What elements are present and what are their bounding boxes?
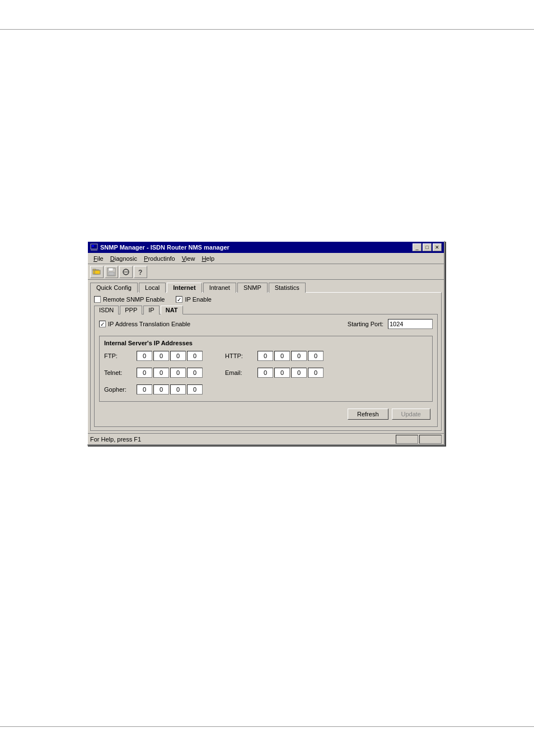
main-window: SNMP Manager - ISDN Router NMS manager _…: [87, 241, 445, 445]
window-icon: [90, 243, 98, 251]
ftp-inputs: [137, 351, 203, 361]
sub-tabs: ISDN PPP IP NAT: [94, 305, 438, 314]
starting-port-input[interactable]: [388, 319, 433, 329]
menu-file[interactable]: File: [90, 254, 107, 263]
telnet-octet-4[interactable]: [187, 368, 203, 378]
top-rule: [0, 29, 534, 30]
gopher-row: Gopher:: [104, 384, 203, 395]
status-text: For Help, press F1: [90, 436, 396, 443]
sub-tab-ppp[interactable]: PPP: [120, 306, 142, 314]
toolbar-save-button[interactable]: [105, 266, 118, 278]
email-octet-1[interactable]: [257, 368, 273, 378]
ftp-octet-4[interactable]: [187, 351, 203, 361]
http-octet-3[interactable]: [291, 351, 307, 361]
menu-help[interactable]: Help: [198, 254, 218, 263]
http-octet-4[interactable]: [308, 351, 324, 361]
status-panel-2: [419, 435, 442, 444]
http-inputs: [257, 351, 324, 361]
email-octet-4[interactable]: [308, 368, 324, 378]
menu-diagnosic[interactable]: Diagnosic: [107, 254, 140, 263]
main-tabs: Quick Config Local Internet Intranet SNM…: [90, 282, 442, 292]
ftp-octet-3[interactable]: [170, 351, 186, 361]
bottom-rule: [0, 726, 534, 727]
ftp-row: FTP:: [104, 351, 203, 361]
sub-tab-ip[interactable]: IP: [143, 306, 159, 314]
maximize-button[interactable]: □: [423, 243, 432, 251]
ftp-octet-2[interactable]: [153, 351, 169, 361]
refresh-button[interactable]: Refresh: [348, 408, 388, 420]
close-button[interactable]: ✕: [433, 243, 442, 251]
menu-view[interactable]: View: [179, 254, 199, 263]
starting-port-area: Starting Port:: [348, 319, 433, 329]
telnet-label: Telnet:: [104, 369, 132, 376]
ip-section: Internal Server's IP Addresses FTP:: [99, 336, 433, 402]
tab-quick-config[interactable]: Quick Config: [90, 283, 138, 293]
email-octet-2[interactable]: [274, 368, 290, 378]
tab-statistics[interactable]: Statistics: [269, 283, 306, 293]
svg-rect-8: [109, 272, 114, 275]
tab-internet[interactable]: Internet: [167, 283, 202, 293]
svg-rect-1: [92, 245, 94, 247]
status-panels: [396, 435, 442, 444]
svg-rect-7: [109, 268, 113, 271]
ip-two-col: FTP: Telnet:: [104, 351, 428, 398]
http-octet-2[interactable]: [274, 351, 290, 361]
buttons-row: Refresh Update: [99, 406, 433, 422]
ip-group-right: HTTP: Email:: [225, 351, 324, 398]
telnet-octet-3[interactable]: [170, 368, 186, 378]
content-area: Remote SNMP Enable ✓ IP Enable ISDN PPP …: [90, 292, 442, 431]
http-row: HTTP:: [225, 351, 324, 361]
menu-bar: File Diagnosic Productinfo View Help: [88, 253, 444, 264]
update-button[interactable]: Update: [392, 408, 430, 420]
menu-productinfo[interactable]: Productinfo: [140, 254, 179, 263]
http-octet-1[interactable]: [257, 351, 273, 361]
email-octet-3[interactable]: [291, 368, 307, 378]
inner-panel: ✓ IP Address Translation Enable Starting…: [94, 314, 438, 427]
gopher-label: Gopher:: [104, 386, 132, 393]
sub-tab-isdn[interactable]: ISDN: [94, 306, 119, 314]
ip-enable-text: IP Enable: [185, 296, 212, 303]
gopher-octet-2[interactable]: [153, 384, 169, 395]
ip-enable-label: ✓ IP Enable: [176, 296, 212, 303]
tab-snmp[interactable]: SNMP: [237, 283, 268, 293]
http-label: HTTP:: [225, 353, 253, 359]
sub-tab-nat[interactable]: NAT: [161, 306, 183, 314]
email-inputs: [257, 368, 324, 378]
remote-snmp-label: Remote SNMP Enable: [94, 296, 165, 303]
starting-port-label: Starting Port:: [348, 321, 383, 327]
tab-intranet[interactable]: Intranet: [203, 283, 236, 293]
tab-local[interactable]: Local: [139, 283, 166, 293]
gopher-octet-4[interactable]: [187, 384, 203, 395]
toolbar-connect-button[interactable]: [119, 266, 133, 278]
toolbar-open-button[interactable]: [90, 266, 104, 278]
window-title: SNMP Manager - ISDN Router NMS manager: [100, 244, 229, 251]
nat-row: ✓ IP Address Translation Enable Starting…: [99, 319, 433, 329]
ip-section-title: Internal Server's IP Addresses: [104, 340, 428, 346]
email-row: Email:: [225, 368, 324, 378]
tab-area: Quick Config Local Internet Intranet SNM…: [88, 280, 444, 292]
ip-enable-checkbox[interactable]: ✓: [176, 296, 182, 303]
ip-translation-checkbox[interactable]: ✓: [99, 321, 106, 327]
svg-text:?: ?: [138, 269, 142, 276]
status-panel-1: [396, 435, 418, 444]
ftp-label: FTP:: [104, 353, 132, 359]
remote-snmp-checkbox[interactable]: [94, 296, 101, 303]
minimize-button[interactable]: _: [413, 243, 421, 251]
gopher-inputs: [137, 384, 203, 395]
ftp-octet-1[interactable]: [137, 351, 152, 361]
checkbox-row: Remote SNMP Enable ✓ IP Enable: [94, 296, 438, 303]
ip-translation-enable: ✓ IP Address Translation Enable: [99, 321, 190, 327]
telnet-octet-2[interactable]: [153, 368, 169, 378]
email-label: Email:: [225, 369, 253, 376]
ip-translation-label: IP Address Translation Enable: [108, 321, 190, 327]
svg-rect-5: [95, 270, 100, 274]
window-controls: _ □ ✕: [413, 243, 442, 251]
toolbar: ?: [88, 264, 444, 280]
toolbar-help-button[interactable]: ?: [134, 266, 147, 278]
gopher-octet-1[interactable]: [137, 384, 152, 395]
gopher-octet-3[interactable]: [170, 384, 186, 395]
title-bar-left: SNMP Manager - ISDN Router NMS manager: [90, 243, 229, 251]
telnet-octet-1[interactable]: [137, 368, 152, 378]
status-bar: For Help, press F1: [88, 433, 444, 444]
telnet-row: Telnet:: [104, 368, 203, 378]
